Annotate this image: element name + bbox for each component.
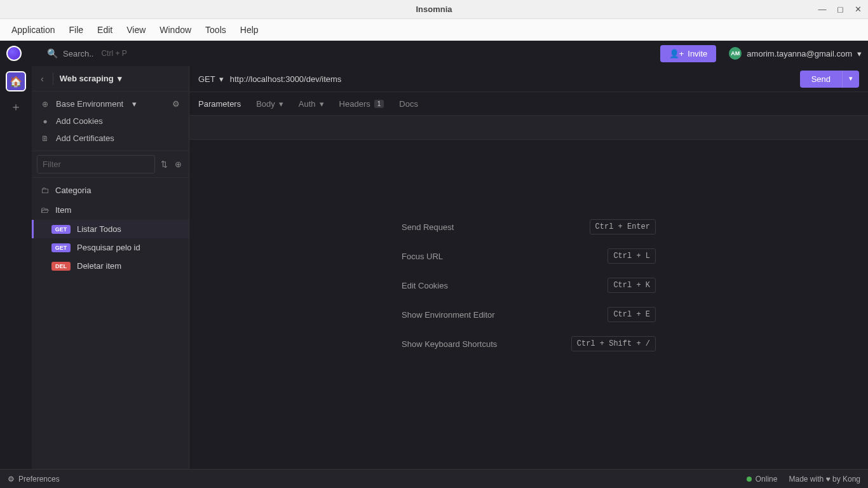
statusbar: ⚙ Preferences Online Made with ♥ by Kong (0, 469, 868, 488)
environment-selector[interactable]: ⊕ Base Environment ▾ ⚙ (32, 95, 189, 112)
send-options-button[interactable]: ▾ (842, 71, 859, 88)
chevron-down-icon: ▾ (857, 49, 862, 58)
folder-label: Item (55, 205, 71, 215)
tab-auth[interactable]: Auth▾ (299, 99, 324, 109)
menu-tools[interactable]: Tools (199, 22, 233, 37)
request-label: Deletar item (77, 261, 121, 271)
folder-item[interactable]: 🗁 Item (32, 200, 189, 220)
menu-window[interactable]: Window (153, 22, 198, 37)
menu-help[interactable]: Help (234, 22, 265, 37)
workspace-selector[interactable]: Web scraping ▾ (60, 74, 122, 83)
sidebar: ‹ Web scraping ▾ ⊕ Base Environment ▾ ⚙ … (32, 66, 189, 469)
parameters-toolbar (189, 116, 868, 140)
rail-home-button[interactable]: 🏠 (6, 71, 26, 92)
add-cookies-button[interactable]: ● Add Cookies (32, 112, 189, 130)
sidebar-filter-input[interactable] (37, 155, 155, 173)
environment-settings-icon[interactable]: ⚙ (172, 99, 180, 109)
kbd: Ctrl + L (607, 248, 656, 264)
method-label: GET (198, 74, 215, 84)
chevron-down-icon: ▾ (118, 74, 122, 83)
preferences-button[interactable]: ⚙ Preferences (8, 475, 60, 484)
invite-label: Invite (688, 49, 707, 58)
tab-docs[interactable]: Docs (399, 99, 418, 109)
credit-label: Made with ♥ by Kong (789, 475, 860, 484)
kbd: Ctrl + Enter (590, 219, 656, 234)
search-placeholder: Search.. (63, 49, 93, 58)
menu-file[interactable]: File (63, 22, 90, 37)
shortcuts-hint-panel: Send Request Ctrl + Enter Focus URL Ctrl… (189, 140, 868, 469)
folder-label: Categoria (55, 186, 91, 195)
gear-icon: ⚙ (8, 475, 15, 484)
user-email: amorim.tayanna@gmail.com (747, 49, 852, 58)
app-logo-icon (6, 46, 22, 61)
cookies-label: Add Cookies (56, 116, 103, 126)
request-tabs: Parameters Body▾ Auth▾ Headers1 Docs (189, 92, 868, 116)
request-label: Pesquisar pelo id (77, 243, 140, 252)
filter-sort-button[interactable]: ⇅ (159, 157, 170, 172)
globe-icon: ⊕ (41, 100, 50, 109)
request-deletar-item[interactable]: DEL Deletar item (32, 257, 189, 275)
method-badge: GET (51, 225, 71, 234)
window-minimize-button[interactable]: — (815, 2, 830, 17)
certificate-icon: 🗎 (41, 134, 50, 143)
add-certificates-button[interactable]: 🗎 Add Certificates (32, 130, 189, 147)
online-label: Online (756, 475, 778, 484)
url-input[interactable]: http://localhost:3000/dev/items (230, 74, 794, 84)
request-listar-todos[interactable]: GET Listar Todos (32, 220, 189, 238)
window-close-button[interactable]: ✕ (850, 2, 865, 17)
kbd: Ctrl + Shift + / (571, 336, 656, 351)
shortcut-edit-cookies: Edit Cookies Ctrl + K (402, 278, 656, 293)
window-maximize-button[interactable]: ◻ (832, 2, 848, 17)
window-title: Insomnia (416, 4, 452, 14)
sidebar-back-button[interactable]: ‹ (38, 71, 46, 86)
send-button[interactable]: Send (800, 71, 842, 88)
sidebar-header: ‹ Web scraping ▾ (32, 66, 189, 92)
account-menu[interactable]: AM amorim.tayanna@gmail.com ▾ (729, 47, 862, 60)
folder-categoria[interactable]: 🗀 Categoria (32, 180, 189, 200)
shortcut-focus-url: Focus URL Ctrl + L (402, 248, 656, 264)
tab-headers[interactable]: Headers1 (339, 99, 384, 109)
rail-add-button[interactable]: ＋ (10, 99, 22, 114)
method-badge: GET (51, 243, 71, 252)
request-pesquisar-pelo-id[interactable]: GET Pesquisar pelo id (32, 238, 189, 257)
method-selector[interactable]: GET ▾ (198, 74, 224, 84)
online-dot-icon (747, 477, 752, 482)
folder-icon: 🗀 (41, 186, 49, 195)
kbd: Ctrl + E (607, 307, 656, 322)
search-shortcut-hint: Ctrl + P (101, 49, 126, 58)
menu-view[interactable]: View (120, 22, 152, 37)
avatar: AM (729, 47, 742, 60)
menu-application[interactable]: Application (5, 22, 62, 37)
menu-edit[interactable]: Edit (91, 22, 119, 37)
invite-icon: 👤+ (669, 49, 684, 58)
url-bar: GET ▾ http://localhost:3000/dev/items Se… (189, 66, 868, 92)
search-icon: 🔍 (47, 48, 58, 58)
chevron-down-icon: ▾ (219, 74, 224, 84)
certificates-label: Add Certificates (56, 133, 114, 143)
new-request-button[interactable]: ⊕ (173, 157, 184, 172)
chevron-down-icon: ▾ (320, 99, 324, 109)
chevron-down-icon: ▾ (279, 99, 283, 109)
online-indicator: Online (747, 475, 778, 484)
workspace-name: Web scraping (60, 74, 114, 83)
global-search[interactable]: 🔍 Search.. Ctrl + P (47, 48, 127, 58)
kbd: Ctrl + K (607, 278, 656, 293)
left-rail: 🏠 ＋ (0, 66, 32, 469)
method-badge: DEL (51, 262, 71, 271)
folder-open-icon: 🗁 (41, 205, 49, 215)
environment-label: Base Environment (56, 99, 123, 109)
menu-bar: Application File Edit View Window Tools … (0, 19, 868, 41)
shortcut-env-editor: Show Environment Editor Ctrl + E (402, 307, 656, 322)
shortcut-send-request: Send Request Ctrl + Enter (402, 219, 656, 234)
tab-body[interactable]: Body▾ (256, 99, 283, 109)
invite-button[interactable]: 👤+ Invite (660, 45, 717, 62)
app-toolbar: 🔍 Search.. Ctrl + P 👤+ Invite AM amorim.… (0, 41, 868, 66)
window-titlebar: Insomnia — ◻ ✕ (0, 0, 868, 19)
headers-count-badge: 1 (374, 100, 384, 108)
request-pane: GET ▾ http://localhost:3000/dev/items Se… (189, 66, 868, 469)
cookie-icon: ● (41, 117, 50, 126)
shortcut-keyboard-shortcuts: Show Keyboard Shortcuts Ctrl + Shift + / (402, 336, 656, 351)
chevron-down-icon: ▾ (132, 99, 137, 109)
tab-parameters[interactable]: Parameters (198, 99, 241, 109)
request-label: Listar Todos (77, 224, 121, 234)
